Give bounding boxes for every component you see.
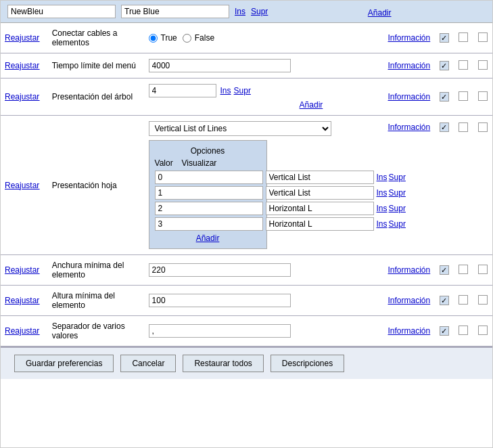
check1-hoja[interactable]: ✓	[440, 122, 449, 132]
options-row-2: Ins Supr	[155, 202, 261, 215]
restore-button[interactable]: Restaurar todos	[183, 355, 263, 372]
check3-hoja[interactable]	[478, 122, 488, 132]
options-row-0: Ins Supr	[155, 171, 261, 184]
opt-ins-2[interactable]: Ins	[377, 204, 388, 213]
arbol-supr-link[interactable]: Supr	[234, 86, 251, 95]
save-button[interactable]: Guardar preferencias	[14, 355, 114, 372]
check1-cables[interactable]: ✓	[440, 33, 449, 43]
opt-supr-1[interactable]: Supr	[389, 188, 406, 198]
row-cables: Reajustar Conectar cables a elementos Tr…	[1, 23, 492, 53]
opt-vis-0[interactable]	[266, 171, 374, 184]
reset-cables[interactable]: Reajustar	[5, 33, 39, 43]
input-tiempo[interactable]	[149, 59, 291, 72]
check2-altura[interactable]	[459, 295, 468, 305]
info-hoja[interactable]: Información	[388, 122, 431, 132]
check3-cables[interactable]	[478, 32, 488, 42]
radio-false-text: False	[195, 33, 214, 43]
opt-ins-0[interactable]: Ins	[377, 173, 388, 182]
opt-links-0: Ins Supr	[377, 173, 406, 182]
label-arbol: Presentación del árbol	[52, 92, 133, 102]
color-input-2[interactable]	[121, 5, 229, 18]
check3-arbol[interactable]	[478, 91, 488, 101]
label-hoja: Presentación hoja	[52, 181, 117, 190]
check1-altura[interactable]: ✓	[440, 296, 449, 305]
reset-separador[interactable]: Reajustar	[5, 326, 39, 336]
check2-anchura[interactable]	[459, 265, 468, 274]
check3-separador[interactable]	[478, 326, 488, 335]
label-anchura: Anchura mínima del elemento	[52, 261, 124, 279]
info-arbol[interactable]: Información	[388, 92, 431, 102]
color-input-1[interactable]	[7, 5, 116, 18]
check2-cables[interactable]	[459, 32, 468, 42]
row-anchura: Reajustar Anchura mínima del elemento In…	[1, 255, 492, 286]
arbol-add-link[interactable]: Añadir	[300, 100, 323, 110]
opt-supr-2[interactable]: Supr	[389, 204, 406, 213]
radio-true[interactable]	[149, 34, 158, 43]
reset-altura[interactable]: Reajustar	[5, 296, 39, 305]
info-separador[interactable]: Información	[388, 326, 431, 336]
opt-ins-3[interactable]: Ins	[377, 219, 388, 229]
dropdown-hoja[interactable]: Vertical List of Lines Vertical List Hor…	[149, 121, 331, 136]
opt-val-1[interactable]	[155, 186, 263, 200]
label-tiempo: Tiempo límite del menú	[52, 61, 136, 70]
options-header-valor: Valor	[155, 158, 179, 168]
tree-ins-supr: Ins Supr	[220, 86, 251, 95]
opt-links-1: Ins Supr	[377, 188, 406, 198]
options-headers: Valor Visualizar	[155, 158, 261, 168]
check2-tiempo[interactable]	[459, 60, 468, 70]
opt-vis-2[interactable]	[266, 202, 374, 215]
check3-anchura[interactable]	[478, 265, 488, 274]
top-ins-link[interactable]: Ins	[235, 7, 245, 16]
check2-separador[interactable]	[459, 326, 468, 335]
options-row-3: Ins Supr	[155, 217, 261, 231]
reset-arbol[interactable]: Reajustar	[5, 92, 39, 102]
row-tiempo: Reajustar Tiempo límite del menú Informa…	[1, 53, 492, 79]
radio-false-label[interactable]: False	[183, 33, 214, 43]
options-panel: Opciones Valor Visualizar Ins Supr	[149, 140, 267, 249]
radio-false[interactable]	[183, 34, 191, 43]
opt-links-2: Ins Supr	[377, 204, 406, 213]
options-add-link[interactable]: Añadir	[196, 233, 220, 243]
check2-hoja[interactable]	[459, 122, 468, 132]
check3-tiempo[interactable]	[478, 60, 488, 70]
info-altura[interactable]: Información	[388, 296, 431, 305]
check1-separador[interactable]: ✓	[440, 326, 449, 336]
opt-supr-3[interactable]: Supr	[389, 219, 406, 229]
label-altura: Altura mínima del elemento	[52, 291, 115, 310]
cancel-button[interactable]: Cancelar	[120, 355, 176, 372]
arbol-ins-link[interactable]: Ins	[220, 86, 231, 95]
bottom-bar: Guardar preferencias Cancelar Restaurar …	[1, 346, 492, 379]
check1-tiempo[interactable]: ✓	[440, 61, 449, 70]
check1-anchura[interactable]: ✓	[440, 265, 449, 275]
row-arbol: Reajustar Presentación del árbol Ins Sup…	[1, 79, 492, 116]
check2-arbol[interactable]	[459, 91, 468, 101]
input-arbol[interactable]	[149, 84, 216, 97]
input-anchura[interactable]	[149, 263, 291, 277]
tree-control-row: Ins Supr	[149, 84, 364, 97]
opt-links-3: Ins Supr	[377, 219, 406, 229]
opt-supr-0[interactable]: Supr	[389, 173, 406, 182]
opt-vis-3[interactable]	[266, 217, 374, 231]
options-header-visualizar: Visualizar	[182, 158, 261, 168]
opt-val-0[interactable]	[155, 171, 263, 184]
reset-anchura[interactable]: Reajustar	[5, 265, 39, 275]
opt-vis-1[interactable]	[266, 186, 374, 200]
radio-true-label[interactable]: True	[149, 33, 177, 43]
options-title: Opciones	[155, 146, 261, 156]
reset-tiempo[interactable]: Reajustar	[5, 61, 39, 70]
opt-ins-1[interactable]: Ins	[377, 188, 388, 198]
info-anchura[interactable]: Información	[388, 265, 431, 275]
descriptions-button[interactable]: Descripciones	[271, 355, 344, 372]
info-cables[interactable]: Información	[388, 33, 431, 43]
top-add-link[interactable]: Añadir	[273, 8, 486, 18]
input-separador[interactable]	[149, 324, 291, 338]
top-supr-link[interactable]: Supr	[251, 7, 268, 16]
opt-val-2[interactable]	[155, 202, 263, 215]
reset-hoja[interactable]: Reajustar	[5, 181, 39, 190]
info-tiempo[interactable]: Información	[388, 61, 431, 70]
check3-altura[interactable]	[478, 295, 488, 305]
check1-arbol[interactable]: ✓	[440, 92, 449, 102]
input-altura[interactable]	[149, 294, 291, 307]
row-altura: Reajustar Altura mínima del elemento Inf…	[1, 286, 492, 316]
opt-val-3[interactable]	[155, 217, 263, 231]
